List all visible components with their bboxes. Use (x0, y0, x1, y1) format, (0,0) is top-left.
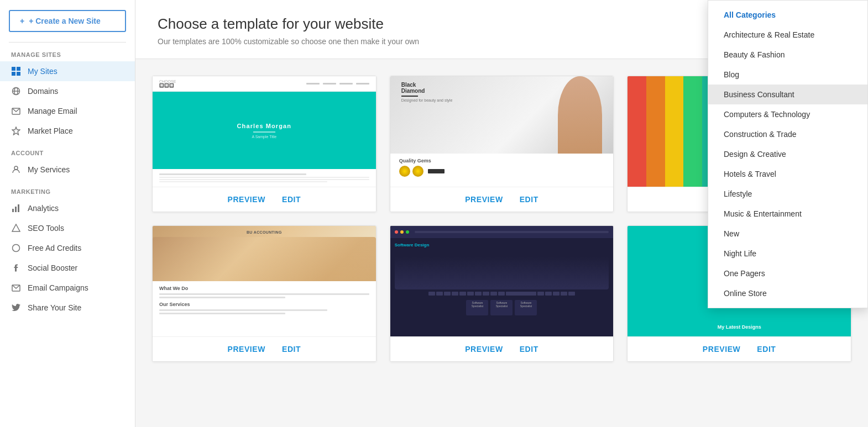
grid-icon (11, 66, 21, 76)
sidebar-item-my-sites[interactable]: My Sites (0, 61, 135, 81)
template-actions: PREVIEW EDIT (153, 336, 376, 361)
category-item-lifestyle[interactable]: Lifestyle (708, 184, 867, 204)
sidebar-item-seo-tools[interactable]: SEO Tools (0, 218, 135, 238)
svg-rect-1 (17, 67, 20, 71)
page-wrapper: Choose a template for your website Our t… (135, 0, 868, 427)
edit-button[interactable]: EDIT (520, 345, 538, 354)
template-card: Black Diamond Designed for beauty and st… (390, 76, 614, 212)
category-item-architecture[interactable]: Architecture & Real Estate (708, 25, 867, 45)
template-actions: PREVIEW EDIT (390, 187, 614, 212)
twitter-icon (11, 303, 21, 313)
svg-point-9 (14, 166, 18, 170)
category-item-beauty[interactable]: Beauty & Fashion (708, 45, 867, 65)
account-section: ACCOUNT (0, 141, 135, 160)
template-card: CHOOSE🔲🔲🔲 Charles Morgan (152, 76, 377, 212)
template-actions: PREVIEW EDIT (628, 336, 851, 361)
circle-icon (11, 243, 21, 253)
category-item-design[interactable]: Design & Creative (708, 144, 867, 164)
sidebar-item-manage-email[interactable]: Manage Email (0, 101, 135, 121)
category-item-night-life[interactable]: Night Life (708, 244, 867, 263)
category-item-one-pagers[interactable]: One Pagers (708, 263, 867, 283)
template-thumb: Black Diamond Designed for beauty and st… (390, 76, 614, 187)
bar-chart-icon (11, 203, 21, 213)
template-card: BU ACCOUNTING What We Do Our Services (152, 225, 377, 362)
sidebar-item-label: Manage Email (28, 107, 77, 115)
category-item-all[interactable]: All Categories (708, 5, 867, 25)
template-thumb: Software Design (390, 226, 614, 336)
email-icon (11, 283, 21, 293)
svg-rect-11 (15, 207, 17, 212)
category-dropdown: All Categories Architecture & Real Estat… (708, 0, 868, 308)
edit-button[interactable]: EDIT (282, 195, 301, 204)
seo-icon (11, 223, 21, 233)
header-text: Choose a template for your website Our t… (158, 15, 419, 48)
sidebar-item-label: Share Your Site (28, 303, 81, 312)
sidebar-item-marketplace[interactable]: Market Place (0, 121, 135, 141)
person-icon (11, 165, 21, 175)
globe-icon (11, 86, 21, 96)
sidebar-item-label: Market Place (28, 126, 73, 135)
category-item-business-consultant[interactable]: Business Consultant (708, 85, 867, 104)
svg-rect-12 (18, 204, 19, 212)
sidebar-item-label: Email Campaigns (28, 283, 88, 292)
template-card: Software Design (390, 225, 614, 362)
page-subtitle: Our templates are 100% customizable so c… (158, 36, 419, 48)
sidebar-item-share-your-site[interactable]: Share Your Site (0, 298, 135, 318)
sidebar-item-label: Domains (28, 87, 58, 96)
svg-marker-13 (12, 224, 20, 231)
category-item-hotels[interactable]: Hotels & Travel (708, 164, 867, 184)
edit-button[interactable]: EDIT (282, 345, 301, 354)
sidebar-item-label: My Sites (28, 67, 57, 76)
preview-button[interactable]: PREVIEW (228, 195, 266, 204)
category-item-blog[interactable]: Blog (708, 65, 867, 85)
template-thumb: CHOOSE🔲🔲🔲 Charles Morgan (153, 76, 376, 187)
manage-sites-section: MANAGE SITES (0, 43, 135, 61)
preview-button[interactable]: PREVIEW (465, 345, 503, 354)
plus-icon: + (20, 17, 24, 25)
sidebar-item-label: Analytics (28, 204, 59, 213)
preview-button[interactable]: PREVIEW (228, 345, 266, 354)
sidebar-item-social-booster[interactable]: Social Booster (0, 258, 135, 278)
sidebar-item-label: Social Booster (28, 263, 77, 272)
template-actions: PREVIEW EDIT (390, 336, 614, 361)
preview-button[interactable]: PREVIEW (703, 345, 741, 354)
sidebar-item-label: SEO Tools (28, 224, 64, 233)
sidebar-item-email-campaigns[interactable]: Email Campaigns (0, 278, 135, 298)
svg-rect-10 (12, 209, 14, 212)
sidebar-item-label: Free Ad Credits (28, 244, 81, 252)
sidebar: + + Create a New Site MANAGE SITES My Si… (0, 0, 135, 427)
svg-rect-3 (17, 72, 20, 76)
preview-button[interactable]: PREVIEW (465, 195, 503, 204)
edit-button[interactable]: EDIT (520, 195, 538, 204)
sidebar-item-my-services[interactable]: My Services (0, 160, 135, 180)
sidebar-item-domains[interactable]: Domains (0, 81, 135, 101)
page-title: Choose a template for your website (158, 15, 419, 33)
sidebar-item-analytics[interactable]: Analytics (0, 198, 135, 218)
category-item-computers[interactable]: Computers & Technology (708, 104, 867, 124)
facebook-icon (11, 263, 21, 273)
template-thumb: BU ACCOUNTING What We Do Our Services (153, 226, 376, 336)
category-item-new[interactable]: New (708, 224, 867, 244)
svg-rect-2 (12, 72, 15, 76)
svg-point-14 (13, 245, 20, 252)
create-new-site-button[interactable]: + + Create a New Site (9, 10, 126, 32)
svg-rect-0 (12, 67, 15, 71)
category-item-construction[interactable]: Construction & Trade (708, 124, 867, 144)
sidebar-item-label: My Services (28, 165, 70, 174)
star-icon (11, 126, 21, 136)
sidebar-item-free-ad-credits[interactable]: Free Ad Credits (0, 238, 135, 258)
template-actions: PREVIEW EDIT (153, 187, 376, 212)
marketing-section: MARKETING (0, 180, 135, 198)
envelope-icon (11, 106, 21, 116)
edit-button[interactable]: EDIT (757, 345, 776, 354)
svg-marker-8 (12, 127, 20, 135)
category-item-online-store[interactable]: Online Store (708, 283, 867, 303)
category-item-music[interactable]: Music & Entertainment (708, 204, 867, 224)
